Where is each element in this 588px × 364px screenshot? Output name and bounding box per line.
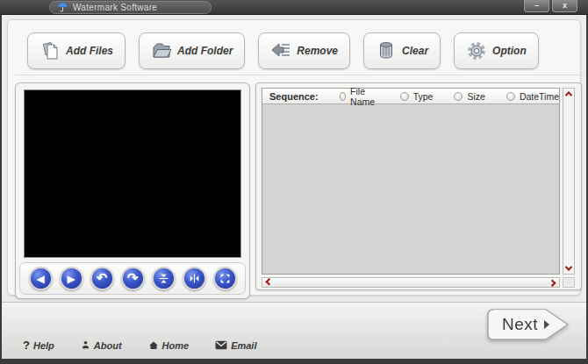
remove-button[interactable]: Remove: [258, 32, 350, 69]
remove-arrow-icon: [270, 40, 291, 61]
filename-radio-label: File Name: [350, 86, 379, 107]
fit-view-button[interactable]: [213, 267, 237, 290]
scroll-down-icon: [565, 263, 572, 270]
rotate-left-icon: ↶: [97, 271, 108, 284]
titlebar: Watermark Software – x: [0, 0, 588, 15]
close-button[interactable]: x: [552, 0, 577, 12]
next-button[interactable]: Next: [486, 308, 570, 341]
horizontal-scrollbar[interactable]: [262, 277, 560, 288]
option-button[interactable]: Option: [454, 32, 539, 69]
add-files-icon: [39, 40, 61, 61]
sort-by-datetime-option[interactable]: DateTime: [506, 91, 559, 102]
right-arrow-icon: ▶: [67, 274, 75, 284]
add-files-label: Add Files: [66, 45, 113, 57]
vertical-scrollbar[interactable]: [563, 88, 575, 275]
clear-button[interactable]: Clear: [363, 32, 441, 69]
filename-radio[interactable]: [340, 92, 346, 101]
rotate-right-button[interactable]: ↷: [121, 267, 145, 290]
datetime-radio[interactable]: [506, 92, 515, 101]
help-icon: ?: [23, 339, 30, 352]
option-gear-icon: [466, 40, 487, 61]
title-tab: Watermark Software: [49, 1, 212, 14]
preview-controls: ◀ ▶ ↶ ↷: [19, 262, 246, 295]
rotate-left-button[interactable]: ↶: [90, 267, 114, 290]
scroll-down-button[interactable]: [563, 263, 574, 274]
file-list-frame: Sequence: File Name Type Size: [262, 88, 560, 275]
footer-links: ? Help About: [23, 339, 256, 352]
scroll-left-icon: [265, 278, 272, 285]
file-list-header: Sequence: File Name Type Size: [262, 89, 559, 104]
add-folder-icon: [151, 40, 172, 61]
scroll-up-button[interactable]: [563, 89, 574, 99]
next-arrow-icon: [544, 320, 549, 329]
home-label: Home: [162, 340, 190, 351]
email-label: Email: [231, 340, 256, 351]
type-radio-label: Type: [413, 91, 434, 102]
minimize-button[interactable]: –: [524, 0, 549, 12]
remove-label: Remove: [297, 45, 338, 57]
email-icon: [215, 340, 227, 350]
left-arrow-icon: ◀: [36, 274, 44, 284]
add-folder-label: Add Folder: [177, 45, 233, 57]
add-files-button[interactable]: Add Files: [27, 32, 125, 69]
preview-screen: [24, 89, 241, 258]
scroll-up-icon: [565, 91, 572, 98]
size-radio-label: Size: [467, 91, 484, 102]
sort-by-filename-option[interactable]: File Name: [340, 86, 379, 107]
add-folder-button[interactable]: Add Folder: [139, 32, 245, 69]
main-panel: Add Files Add Folder: [7, 19, 581, 296]
bottom-bar: Next ? Help About: [2, 302, 586, 359]
next-image-button[interactable]: ▶: [60, 267, 83, 290]
scroll-left-button[interactable]: [264, 278, 273, 287]
email-link[interactable]: Email: [215, 340, 256, 351]
file-list-body[interactable]: [262, 104, 559, 275]
flip-horizontal-icon: [189, 273, 200, 284]
about-link[interactable]: About: [81, 340, 122, 351]
fit-view-icon: [219, 273, 231, 284]
home-link[interactable]: Home: [148, 340, 190, 351]
clear-trash-icon: [376, 40, 397, 61]
sort-by-type-option[interactable]: Type: [400, 91, 434, 102]
option-label: Option: [492, 45, 527, 57]
window-controls: – x: [524, 0, 577, 12]
sort-by-size-option[interactable]: Size: [454, 91, 484, 102]
help-link[interactable]: ? Help: [23, 339, 54, 352]
window-content: Add Files Add Folder: [2, 15, 586, 359]
sequence-label: Sequence:: [269, 91, 319, 102]
flip-horizontal-button[interactable]: [183, 267, 206, 290]
file-list-panel: Sequence: File Name Type Size: [255, 82, 582, 290]
previous-image-button[interactable]: ◀: [29, 267, 53, 290]
next-button-label: Next: [502, 315, 538, 334]
size-radio[interactable]: [454, 92, 463, 101]
flip-vertical-icon: [158, 273, 169, 284]
datetime-radio-label: DateTime: [520, 91, 559, 102]
preview-panel: ◀ ▶ ↶ ↷: [15, 82, 250, 299]
help-label: Help: [33, 340, 54, 351]
flip-vertical-button[interactable]: [152, 267, 176, 290]
rotate-right-icon: ↷: [127, 271, 139, 284]
about-person-icon: [81, 340, 90, 350]
clear-label: Clear: [402, 45, 428, 57]
toolbar: Add Files Add Folder: [15, 27, 585, 75]
watermark-software-window: Watermark Software – x Add Files: [0, 0, 588, 364]
app-umbrella-icon: [57, 2, 68, 13]
scroll-right-icon: [549, 279, 556, 286]
home-icon: [148, 340, 159, 351]
scrollbar-corner: [563, 277, 575, 288]
type-radio[interactable]: [400, 92, 409, 101]
window-title: Watermark Software: [73, 3, 157, 12]
scroll-right-button[interactable]: [549, 278, 557, 287]
about-label: About: [94, 340, 122, 351]
